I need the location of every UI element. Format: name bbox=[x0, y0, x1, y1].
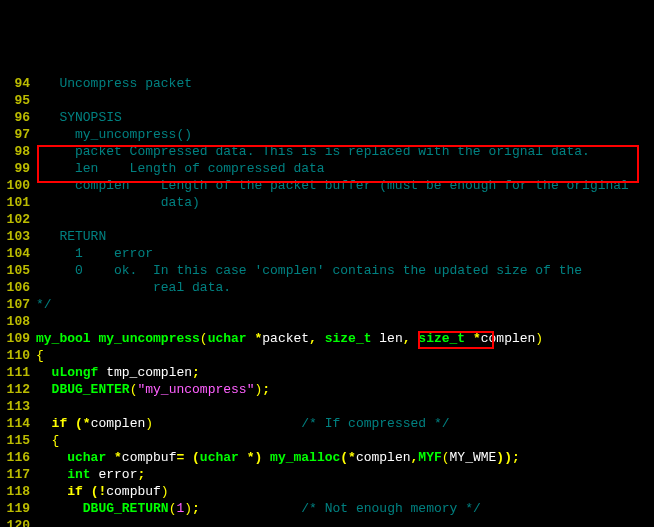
line-number: 98 bbox=[0, 143, 30, 160]
code-token bbox=[36, 518, 44, 527]
code-token bbox=[36, 484, 67, 499]
code-token: my_bool bbox=[36, 331, 98, 346]
code-token: (* bbox=[75, 416, 91, 431]
code-token: real data. bbox=[36, 280, 231, 295]
code-line: 110{ bbox=[0, 347, 654, 364]
code-token bbox=[36, 433, 52, 448]
line-content: my_uncompress() bbox=[36, 126, 192, 143]
code-token bbox=[36, 416, 52, 431]
line-content: complen Length of the packet buffer (mus… bbox=[36, 177, 629, 194]
code-token: ) bbox=[535, 331, 543, 346]
code-token: 1 error bbox=[36, 246, 153, 261]
code-token: packet Compressed data. This is is repla… bbox=[36, 144, 590, 159]
code-token: len bbox=[379, 331, 402, 346]
line-number: 119 bbox=[0, 500, 30, 517]
code-token: uchar bbox=[200, 450, 247, 465]
code-token bbox=[36, 212, 44, 227]
code-token bbox=[36, 467, 67, 482]
code-line: 102 bbox=[0, 211, 654, 228]
line-content: data) bbox=[36, 194, 200, 211]
code-token bbox=[153, 416, 301, 431]
line-content: packet Compressed data. This is is repla… bbox=[36, 143, 590, 160]
code-token: packet bbox=[262, 331, 309, 346]
code-token: (! bbox=[91, 484, 107, 499]
code-line: 99 len Length of compressed data bbox=[0, 160, 654, 177]
code-token bbox=[36, 365, 52, 380]
code-token: ; bbox=[192, 501, 200, 516]
code-line: 101 data) bbox=[0, 194, 654, 211]
line-number: 113 bbox=[0, 398, 30, 415]
code-token: */ bbox=[36, 297, 52, 312]
line-content bbox=[36, 92, 44, 109]
code-token: )); bbox=[496, 450, 519, 465]
line-content bbox=[36, 398, 44, 415]
line-content: my_bool my_uncompress(uchar *packet, siz… bbox=[36, 330, 543, 347]
line-content bbox=[36, 211, 44, 228]
code-line: 96 SYNOPSIS bbox=[0, 109, 654, 126]
line-content: Uncompress packet bbox=[36, 75, 192, 92]
line-content: { bbox=[36, 432, 59, 449]
line-number: 120 bbox=[0, 517, 30, 527]
code-line: 104 1 error bbox=[0, 245, 654, 262]
code-token: complen bbox=[91, 416, 146, 431]
line-number: 105 bbox=[0, 262, 30, 279]
code-token: , bbox=[403, 331, 419, 346]
code-token: { bbox=[36, 348, 44, 363]
line-number: 103 bbox=[0, 228, 30, 245]
code-token: ) bbox=[145, 416, 153, 431]
line-number: 106 bbox=[0, 279, 30, 296]
line-content: uLongf tmp_complen; bbox=[36, 364, 200, 381]
line-content: DBUG_ENTER("my_uncompress"); bbox=[36, 381, 270, 398]
line-content: real data. bbox=[36, 279, 231, 296]
line-number: 116 bbox=[0, 449, 30, 466]
code-token: compbuf bbox=[106, 484, 161, 499]
code-token: RETURN bbox=[36, 229, 106, 244]
code-token: size_t bbox=[325, 331, 380, 346]
code-token: "my_uncompress" bbox=[137, 382, 254, 397]
code-token: ; bbox=[192, 365, 200, 380]
code-line: 95 bbox=[0, 92, 654, 109]
line-content: if (!compbuf) bbox=[36, 483, 169, 500]
code-line: 112 DBUG_ENTER("my_uncompress"); bbox=[0, 381, 654, 398]
line-content: DBUG_RETURN(1); /* Not enough memory */ bbox=[36, 500, 481, 517]
code-token: = ( bbox=[176, 450, 199, 465]
code-token: data) bbox=[36, 195, 200, 210]
code-token: SYNOPSIS bbox=[36, 110, 122, 125]
code-token: my_uncompress() bbox=[36, 127, 192, 142]
line-number: 97 bbox=[0, 126, 30, 143]
code-token: complen bbox=[356, 450, 411, 465]
line-content: 0 ok. In this case 'complen' contains th… bbox=[36, 262, 582, 279]
code-token: len Length of compressed data bbox=[36, 161, 325, 176]
code-token: my_uncompress bbox=[98, 331, 199, 346]
code-token: ( bbox=[442, 450, 450, 465]
line-number: 109 bbox=[0, 330, 30, 347]
code-token: MY_WME bbox=[450, 450, 497, 465]
line-content: if (*complen) /* If compressed */ bbox=[36, 415, 450, 432]
code-token: *) bbox=[247, 450, 270, 465]
code-token: DBUG_RETURN bbox=[83, 501, 169, 516]
code-line: 103 RETURN bbox=[0, 228, 654, 245]
code-lines: 94 Uncompress packet95 96 SYNOPSIS97 my_… bbox=[0, 75, 654, 527]
line-number: 114 bbox=[0, 415, 30, 432]
code-token: compbuf bbox=[122, 450, 177, 465]
code-token: if bbox=[52, 416, 75, 431]
code-token: if bbox=[67, 484, 90, 499]
line-content: SYNOPSIS bbox=[36, 109, 122, 126]
code-line: 97 my_uncompress() bbox=[0, 126, 654, 143]
code-line: 119 DBUG_RETURN(1); /* Not enough memory… bbox=[0, 500, 654, 517]
code-line: 113 bbox=[0, 398, 654, 415]
code-token bbox=[200, 501, 301, 516]
code-token bbox=[36, 399, 44, 414]
line-number: 99 bbox=[0, 160, 30, 177]
code-line: 94 Uncompress packet bbox=[0, 75, 654, 92]
code-line: 105 0 ok. In this case 'complen' contain… bbox=[0, 262, 654, 279]
code-token: MYF bbox=[418, 450, 441, 465]
code-token bbox=[36, 450, 67, 465]
line-number: 95 bbox=[0, 92, 30, 109]
code-token bbox=[36, 314, 44, 329]
line-content: */ bbox=[36, 296, 52, 313]
code-token bbox=[36, 501, 83, 516]
code-line: 120 bbox=[0, 517, 654, 527]
code-editor[interactable]: 94 Uncompress packet95 96 SYNOPSIS97 my_… bbox=[0, 45, 654, 527]
code-token: complen Length of the packet buffer (mus… bbox=[36, 178, 629, 193]
